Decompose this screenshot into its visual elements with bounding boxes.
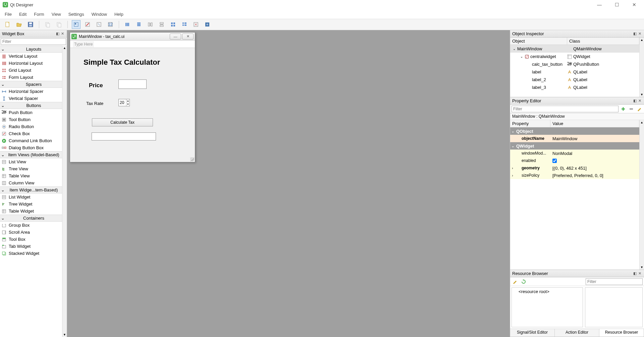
reload-icon[interactable]: [520, 278, 527, 285]
form-window[interactable]: Qt MainWindow - tax_calc.ui — ✕ Type Her…: [70, 32, 195, 162]
design-canvas[interactable]: Qt MainWindow - tax_calc.ui — ✕ Type Her…: [67, 30, 510, 337]
widget-item[interactable]: Form Layout: [0, 74, 62, 81]
widget-item[interactable]: Tree Widget: [0, 201, 62, 208]
object-row[interactable]: calc_tax_buttonOKQPushButton: [510, 60, 639, 68]
property-row[interactable]: ›sizePolicy[Preferred, Preferred, 0, 0]: [510, 172, 639, 179]
resource-preview[interactable]: [585, 287, 643, 327]
class-header[interactable]: Class: [567, 38, 639, 45]
scrollbar[interactable]: ▲▼: [62, 46, 67, 337]
menu-form[interactable]: Form: [31, 10, 47, 18]
minimize-button[interactable]: —: [594, 2, 604, 7]
edit-signals-icon[interactable]: [83, 20, 92, 29]
widget-item[interactable]: Dialog Button Box: [0, 144, 62, 151]
config-icon[interactable]: [636, 106, 643, 112]
widget-item[interactable]: List View: [0, 158, 62, 165]
object-row[interactable]: label_2QLabel: [510, 76, 639, 83]
layout-horizontal-icon[interactable]: [123, 20, 132, 29]
calculate-button[interactable]: Calculate Tax: [92, 118, 153, 126]
widget-item[interactable]: Tool Button: [0, 116, 62, 123]
menu-window[interactable]: Window: [88, 10, 110, 18]
dock-icon[interactable]: ◧: [633, 32, 637, 36]
widget-item[interactable]: Vertical Spacer: [0, 95, 62, 102]
widget-item[interactable]: Horizontal Spacer: [0, 88, 62, 95]
object-row[interactable]: label_3QLabel: [510, 83, 639, 91]
enabled-checkbox[interactable]: [552, 159, 557, 163]
property-row[interactable]: windowMod...NonModal: [510, 150, 639, 157]
form-menu-placeholder[interactable]: Type Here: [73, 41, 94, 47]
remove-property-icon[interactable]: [628, 106, 635, 112]
tab-action-editor[interactable]: Action Editor: [555, 329, 599, 337]
close-panel-icon[interactable]: ✕: [637, 32, 642, 36]
save-file-icon[interactable]: [26, 20, 35, 29]
widget-item[interactable]: Radio Button: [0, 123, 62, 130]
object-tree[interactable]: ⌄MainWindowQMainWindow⌄centralwidgetQWid…: [510, 45, 639, 91]
value-header[interactable]: Value: [550, 120, 639, 127]
widget-item[interactable]: Tree View: [0, 165, 62, 172]
tab-signal-slot[interactable]: Signal/Slot Editor: [510, 329, 555, 337]
dock-icon[interactable]: ◧: [633, 99, 637, 103]
widget-tree[interactable]: ⌄LayoutsVertical LayoutHorizontal Layout…: [0, 46, 62, 337]
widget-item[interactable]: Column View: [0, 179, 62, 186]
close-button[interactable]: ✕: [629, 2, 639, 7]
widget-item[interactable]: Vertical Layout: [0, 53, 62, 60]
property-filter[interactable]: [512, 106, 619, 112]
dock-icon[interactable]: ◧: [633, 271, 637, 276]
layout-form-icon[interactable]: [180, 20, 189, 29]
dock-icon[interactable]: ◧: [55, 32, 60, 36]
widget-category[interactable]: ⌄Layouts: [0, 46, 62, 53]
widget-item[interactable]: Horizontal Layout: [0, 60, 62, 67]
layout-vertical-icon[interactable]: [135, 20, 143, 29]
widget-box-filter[interactable]: [1, 38, 66, 45]
widget-item[interactable]: OKPush Button: [0, 109, 62, 116]
edit-buddies-icon[interactable]: [95, 20, 103, 29]
menu-file[interactable]: File: [1, 10, 15, 18]
price-input[interactable]: [118, 79, 147, 89]
property-group[interactable]: ⌄QObject: [510, 127, 639, 135]
paste-icon[interactable]: [55, 20, 63, 29]
widget-category[interactable]: ⌄Spacers: [0, 81, 62, 88]
spin-up-icon[interactable]: ▲: [126, 99, 129, 103]
tax-rate-spinbox[interactable]: 20 ▲▼: [118, 99, 130, 106]
object-row[interactable]: labelQLabel: [510, 68, 639, 76]
widget-item[interactable]: Group Box: [0, 222, 62, 229]
form-close-button[interactable]: ✕: [182, 34, 194, 40]
widget-category[interactable]: ⌄Item Widge...tem-Based): [0, 186, 62, 193]
property-header[interactable]: Property: [510, 120, 550, 127]
tax-rate-label[interactable]: Tax Rate: [86, 101, 103, 106]
widget-item[interactable]: Stacked Widget: [0, 250, 62, 257]
edit-tab-order-icon[interactable]: 12: [106, 20, 115, 29]
copy-icon[interactable]: [43, 20, 52, 29]
close-panel-icon[interactable]: ✕: [637, 271, 642, 276]
property-row[interactable]: ›geometry[(0, 0), 462 x 451]: [510, 164, 639, 172]
object-header[interactable]: Object: [510, 38, 567, 45]
break-layout-icon[interactable]: [192, 20, 200, 29]
widget-item[interactable]: Tool Box: [0, 236, 62, 243]
close-panel-icon[interactable]: ✕: [60, 32, 65, 36]
widget-item[interactable]: List Widget: [0, 193, 62, 201]
widget-item[interactable]: Check Box: [0, 130, 62, 137]
widget-item[interactable]: Tab Widget: [0, 243, 62, 250]
property-row[interactable]: enabled: [510, 157, 639, 164]
form-body[interactable]: Simple Tax Calculator Price Tax Rate 20 …: [70, 48, 195, 162]
property-group[interactable]: ⌄QWidget: [510, 142, 639, 150]
maximize-button[interactable]: ☐: [612, 2, 622, 7]
widget-item[interactable]: Table Widget: [0, 208, 62, 215]
widget-item[interactable]: Scroll Area: [0, 229, 62, 236]
adjust-size-icon[interactable]: [203, 20, 212, 29]
menu-view[interactable]: View: [48, 10, 64, 18]
widget-item[interactable]: Table View: [0, 172, 62, 179]
price-label[interactable]: Price: [89, 82, 103, 89]
scrollbar[interactable]: ▲▼: [639, 120, 644, 270]
resize-grip-icon[interactable]: [190, 157, 194, 161]
layout-h-splitter-icon[interactable]: [146, 20, 155, 29]
layout-v-splitter-icon[interactable]: [157, 20, 166, 29]
object-row[interactable]: ⌄centralwidgetQWidget: [510, 53, 639, 60]
edit-resources-icon[interactable]: [512, 278, 518, 285]
menu-help[interactable]: Help: [111, 10, 127, 18]
close-panel-icon[interactable]: ✕: [637, 99, 642, 103]
new-file-icon[interactable]: [3, 20, 12, 29]
property-row[interactable]: objectNameMainWindow: [510, 135, 639, 142]
resource-filter[interactable]: [586, 278, 643, 285]
tab-resource-browser[interactable]: Resource Browser: [599, 329, 644, 337]
open-file-icon[interactable]: [15, 20, 23, 29]
